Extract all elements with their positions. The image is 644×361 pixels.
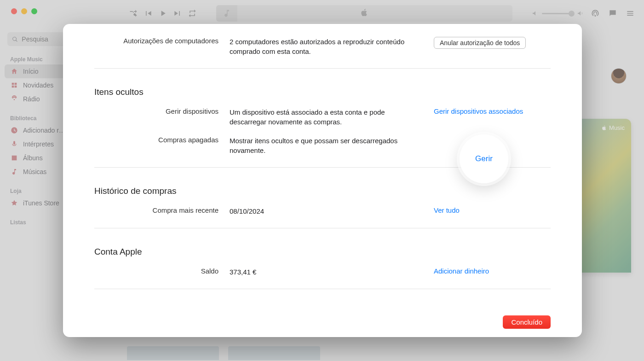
queue-list-icon[interactable] (626, 9, 635, 18)
close-window-button[interactable] (11, 8, 17, 14)
spotlight-highlight: Gerir (460, 134, 508, 183)
manage-devices-link[interactable]: Gerir dispositivos associados (434, 107, 551, 115)
clock-icon (10, 126, 18, 134)
sidebar-item-label: Adicionado r… (23, 127, 65, 134)
toolbar (129, 5, 635, 22)
manage-hidden-link-highlighted[interactable]: Gerir (475, 154, 493, 163)
apple-logo-icon (601, 125, 607, 131)
sidebar-item-label: Intérpretes (23, 140, 54, 148)
account-modal: Autorizações de computadores 2 computado… (63, 24, 582, 337)
mic-icon (10, 140, 18, 148)
hidden-items-title: Itens ocultos (94, 76, 551, 103)
shuffle-icon[interactable] (129, 9, 138, 18)
previous-track-icon[interactable] (144, 9, 153, 18)
content-thumbnails (127, 346, 320, 360)
computer-auth-label: Autorizações de computadores (94, 37, 218, 45)
promo-label: Music (576, 119, 631, 137)
deauthorize-all-button[interactable]: Anular autorização de todos (434, 37, 526, 49)
radio-icon (10, 95, 18, 103)
grid-icon (10, 81, 18, 89)
deleted-purchases-label: Compras apagadas (94, 136, 218, 144)
thumbnail[interactable] (127, 346, 219, 360)
home-icon (10, 67, 18, 76)
manage-devices-label: Gerir dispositivos (94, 107, 218, 115)
now-playing-bar[interactable] (216, 5, 512, 22)
balance-value: 373,41 € (230, 267, 423, 277)
next-track-icon[interactable] (173, 9, 182, 18)
balance-label: Saldo (94, 267, 218, 275)
maximize-window-button[interactable] (31, 8, 37, 14)
recent-purchase-value: 08/10/2024 (230, 206, 423, 216)
computer-auth-value: 2 computadores estão autorizados a repro… (230, 37, 423, 56)
see-all-link[interactable]: Ver tudo (434, 206, 551, 214)
recent-purchase-label: Compra mais recente (94, 206, 218, 214)
sidebar-item-label: Álbuns (23, 154, 43, 162)
divider (94, 228, 551, 228)
promo-card[interactable]: Music (576, 119, 631, 273)
play-icon[interactable] (158, 9, 167, 18)
add-funds-link[interactable]: Adicionar dinheiro (434, 267, 551, 275)
minimize-window-button[interactable] (21, 8, 27, 14)
sidebar-item-label: Novidades (23, 82, 53, 89)
apple-account-title: Conta Apple (94, 236, 551, 262)
star-icon (10, 199, 18, 207)
avatar[interactable] (611, 68, 627, 84)
airplay-icon[interactable] (591, 9, 600, 18)
search-icon (12, 36, 18, 43)
repeat-icon[interactable] (188, 9, 197, 18)
window-controls (11, 8, 37, 14)
album-icon (10, 154, 18, 162)
sidebar-item-label: iTunes Store (23, 199, 59, 207)
apple-logo-icon (360, 8, 369, 19)
note-icon (10, 168, 18, 176)
lyrics-icon[interactable] (608, 9, 617, 18)
divider (94, 289, 551, 289)
manage-devices-value: Um dispositivo está associado a esta con… (230, 107, 423, 127)
music-note-icon (216, 5, 237, 22)
sidebar-item-label: Músicas (23, 168, 46, 175)
deleted-purchases-value: Mostrar itens ocultos e que possam ser d… (230, 136, 423, 155)
volume-control[interactable] (532, 10, 584, 17)
done-button[interactable]: Concluído (503, 315, 551, 329)
sidebar-item-label: Início (23, 68, 38, 75)
divider (94, 68, 551, 69)
thumbnail[interactable] (228, 346, 320, 360)
sidebar-item-label: Rádio (23, 95, 40, 103)
